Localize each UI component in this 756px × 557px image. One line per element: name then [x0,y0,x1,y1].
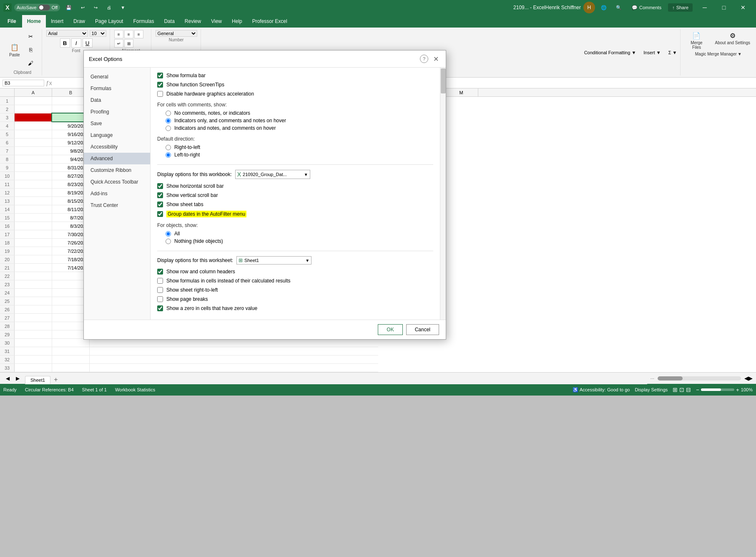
show-vert-scroll-label[interactable]: Show vertical scroll bar [166,192,218,198]
cell-a23[interactable] [15,280,52,288]
tab-professor-excel[interactable]: Professor Excel [247,15,292,28]
tab-view[interactable]: View [206,15,227,28]
horizontal-scroll-thumb[interactable] [658,376,683,381]
cell-a18[interactable] [15,239,52,247]
tab-insert[interactable]: Insert [46,15,68,28]
tab-file[interactable]: File [2,15,22,28]
show-formula-bar-label[interactable]: Show formula bar [166,73,206,78]
autosave-switch[interactable] [38,5,50,10]
col-header-m[interactable]: M [445,88,478,96]
maximize-button[interactable]: □ [714,0,733,15]
cell-a26[interactable] [15,305,52,313]
disable-hw-label[interactable]: Disable hardware graphics acceleration [166,91,254,97]
cell-a32[interactable] [15,355,52,363]
cell-a31[interactable] [15,347,52,355]
dialog-close-button[interactable]: ✕ [431,54,441,64]
zoom-out-button[interactable]: − [696,387,699,393]
cell-a24[interactable] [15,289,52,297]
dialog-help-button[interactable]: ? [420,55,428,63]
radio-nothing[interactable] [166,239,171,244]
tab-formulas[interactable]: Formulas [128,15,159,28]
cell-a5[interactable] [15,130,52,138]
group-dates-autofilter-checkbox[interactable] [157,211,163,217]
show-formula-bar-checkbox[interactable] [157,73,163,78]
radio-ltr[interactable] [166,152,171,158]
radio-all-label[interactable]: All [174,231,180,237]
tab-page-layout[interactable]: Page Layout [90,15,128,28]
radio-rtl-label[interactable]: Right-to-left [174,144,200,150]
group-dates-autofilter-label[interactable]: Group dates in the AutoFilter menu [166,211,246,217]
nav-item-save[interactable]: Save [84,118,150,129]
zoom-slider[interactable] [701,388,734,391]
radio-indicators-notes-label[interactable]: Indicators and notes, and comments on ho… [174,125,276,131]
share-button[interactable]: ↑ Share [668,3,693,12]
dialog-scrollbar-thumb[interactable] [441,68,446,93]
radio-indicators-only-label[interactable]: Indicators only, and comments and notes … [174,118,286,123]
font-family-select[interactable]: Arial [46,30,88,37]
radio-all[interactable] [166,231,171,237]
autosave-toggle[interactable]: AutoSave Off [14,4,60,11]
format-painter-button[interactable]: 🖌 [23,57,38,69]
cell-a10[interactable] [15,172,52,180]
undo-button[interactable]: ↩ [78,3,88,12]
cell-a16[interactable] [15,222,52,230]
worksheet-dropdown[interactable]: ⊞ Sheet1 ▼ [236,256,311,265]
show-sheet-tabs-checkbox[interactable] [157,202,163,207]
cell-a28[interactable] [15,322,52,330]
horizontal-scroll-track[interactable] [658,376,741,381]
cell-a13[interactable] [15,197,52,205]
workbook-dropdown[interactable]: X 210920_Group_Dat... ▼ [235,170,310,179]
name-box[interactable] [3,80,44,86]
radio-no-comments-label[interactable]: No comments, notes, or indicators [174,110,250,116]
cell-b31[interactable] [52,347,90,355]
show-screentips-label[interactable]: Show function ScreenTips [166,82,224,88]
radio-indicators-notes[interactable] [166,126,171,131]
cell-a9[interactable] [15,164,52,171]
cell-a2[interactable] [15,105,52,113]
page-break-view-button[interactable]: ⊟ [686,386,691,393]
search-button[interactable]: 🔍 [613,3,625,12]
zoom-in-button[interactable]: + [736,387,739,393]
cell-a7[interactable] [15,147,52,155]
nav-item-language[interactable]: Language [84,129,150,141]
prev-sheet-button[interactable]: ◀ [3,374,12,383]
normal-view-button[interactable]: ⊞ [673,386,678,393]
cell-a21[interactable] [15,264,52,272]
bold-button[interactable]: B [60,38,70,48]
more-commands-button[interactable]: ▼ [117,3,128,12]
sheet-tab-sheet1[interactable]: Sheet1 [25,376,50,384]
display-settings[interactable]: Display Settings [635,387,668,392]
cell-a17[interactable] [15,230,52,238]
add-sheet-button[interactable]: + [51,375,60,384]
sum-button[interactable]: Σ ▼ [666,49,680,56]
scroll-left-button[interactable]: ◀ [744,375,748,381]
cell-a20[interactable] [15,255,52,263]
show-screentips-checkbox[interactable] [157,82,163,88]
show-horiz-scroll-label[interactable]: Show horizontal scroll bar [166,183,224,189]
copy-button[interactable]: ⎘ [23,43,38,56]
number-format-select[interactable]: General [156,30,197,37]
disable-hw-checkbox[interactable] [157,91,163,97]
nav-item-add-ins[interactable]: Add-ins [84,188,150,199]
cell-a22[interactable] [15,272,52,280]
align-left-button[interactable]: ≡ [114,30,123,38]
align-right-button[interactable]: ≡ [134,30,143,38]
comments-button[interactable]: 💬 Comments [628,3,666,12]
cell-b32[interactable] [52,355,90,363]
show-row-col-headers-checkbox[interactable] [157,269,163,275]
cell-b33[interactable] [52,364,90,372]
show-zero-checkbox[interactable] [157,305,163,311]
cell-a12[interactable] [15,189,52,197]
italic-button[interactable]: I [71,38,81,48]
show-vert-scroll-checkbox[interactable] [157,192,163,198]
cell-b30[interactable] [52,339,90,347]
tab-draw[interactable]: Draw [68,15,90,28]
nav-item-accessibility[interactable]: Accessibility [84,141,150,153]
cell-a25[interactable] [15,297,52,305]
tab-review[interactable]: Review [180,15,206,28]
nav-item-quick-access-toolbar[interactable]: Quick Access Toolbar [84,176,150,188]
nav-item-advanced[interactable]: Advanced [84,153,150,164]
show-row-col-headers-label[interactable]: Show row and column headers [166,269,235,275]
ok-button[interactable]: OK [378,324,402,335]
tab-data[interactable]: Data [159,15,179,28]
